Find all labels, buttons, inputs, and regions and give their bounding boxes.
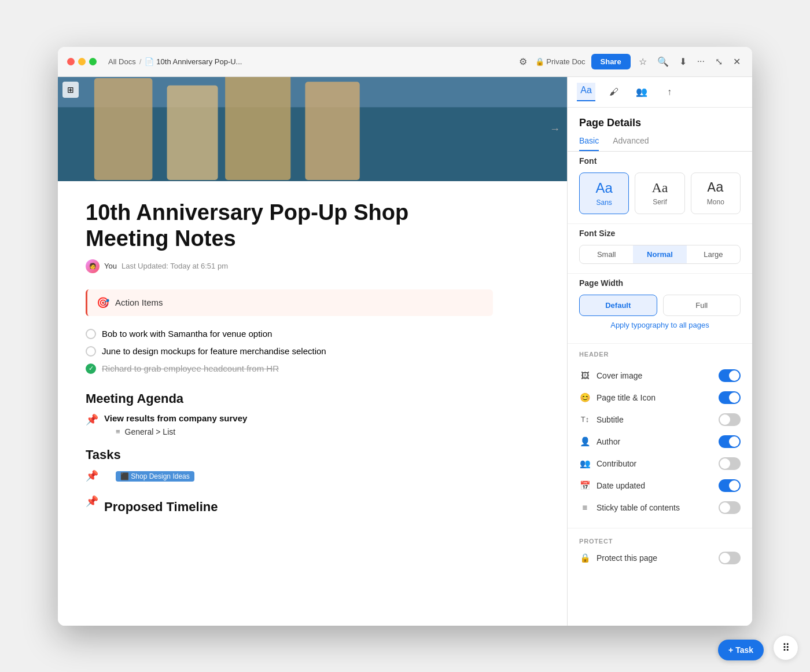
search-icon[interactable]: 🔍 <box>655 54 671 69</box>
agenda-icon-3: 📌 <box>86 495 98 508</box>
arrow-down-icon[interactable]: ⬇ <box>677 54 689 69</box>
minimize-button[interactable] <box>78 58 86 65</box>
cover-image-toggle[interactable] <box>719 369 741 382</box>
toggle-cover-image: 🖼 Cover image <box>579 365 741 387</box>
more-icon[interactable]: ··· <box>695 54 707 69</box>
font-option-sans[interactable]: Aa Sans <box>579 172 629 214</box>
cover-image-icon: 🖼 <box>579 370 591 380</box>
settings-icon[interactable]: ⚙ <box>517 54 529 69</box>
protect-page-toggle[interactable] <box>719 552 741 564</box>
doc-icon: 📄 <box>145 57 154 66</box>
star-icon[interactable]: ☆ <box>636 54 649 69</box>
width-options: Default Full <box>579 295 741 316</box>
apply-typography-link[interactable]: Apply typography to all pages <box>579 316 741 334</box>
task-list: Bob to work with Samantha for venue opti… <box>86 325 493 377</box>
date-updated-label: Date updated <box>597 481 645 490</box>
share-button[interactable]: Share <box>591 54 631 69</box>
toggle-sticky-toc: ≡ Sticky table of contents <box>579 497 741 519</box>
task-checkbox-2[interactable] <box>86 346 96 357</box>
agenda-icon-1: 📌 <box>86 413 98 426</box>
basic-advanced-tabs: Basic Advanced <box>568 134 752 152</box>
minimize-icon[interactable]: ⤡ <box>713 54 725 69</box>
avatar: 🧑 <box>86 259 100 273</box>
close-button[interactable] <box>67 58 75 65</box>
subtitle-toggle[interactable] <box>719 413 741 426</box>
width-option-default[interactable]: Default <box>579 295 657 316</box>
breadcrumb-all-docs[interactable]: All Docs <box>108 57 136 66</box>
cover-image: ⊞ → <box>58 77 567 181</box>
size-option-normal[interactable]: Normal <box>633 245 686 263</box>
db-tag: ⬛ Shop Design Ideas <box>116 471 194 482</box>
task-fab-button[interactable]: + Task <box>718 640 764 660</box>
breadcrumb: All Docs / 📄 10th Anniversary Pop-U... <box>108 57 242 66</box>
font-option-serif[interactable]: Aa Serif <box>635 172 684 214</box>
agenda-item-1: 📌 View results from company survey ≡ Gen… <box>86 413 493 438</box>
callout-text: Action Items <box>115 298 163 307</box>
author-toggle[interactable] <box>719 435 741 448</box>
contributor-toggle[interactable] <box>719 457 741 470</box>
size-options: Small Normal Large <box>579 245 741 264</box>
proposed-timeline-section: 📌 Proposed Timeline <box>86 495 493 522</box>
panel-icon-tabs: Aa 🖌 👥 ↑ <box>568 77 752 108</box>
cover-image-inner <box>58 77 567 181</box>
callout-block: 🎯 Action Items <box>86 289 493 316</box>
agenda-content-2: ⬛ Shop Design Ideas <box>104 469 194 483</box>
page-title-toggle[interactable] <box>719 391 741 404</box>
panel-tab-people-icon[interactable]: 👥 <box>632 83 651 101</box>
callout-icon: 🎯 <box>97 296 109 309</box>
sub-list-2: ⬛ Shop Design Ideas <box>104 469 194 483</box>
private-doc-status: 🔒 Private Doc <box>535 57 586 66</box>
task-checkbox-3[interactable]: ✓ <box>86 363 96 374</box>
agenda-content-1: View results from company survey ≡ Gener… <box>104 413 247 438</box>
apps-button[interactable]: ⠿ <box>773 635 798 660</box>
panel-tab-text-icon[interactable]: Aa <box>577 83 595 101</box>
contributor-icon: 👥 <box>579 458 591 469</box>
width-option-full[interactable]: Full <box>663 295 741 316</box>
meeting-agenda-heading: Meeting Agenda <box>86 391 493 406</box>
date-updated-toggle[interactable] <box>719 479 741 492</box>
title-bar: All Docs / 📄 10th Anniversary Pop-U... ⚙… <box>58 47 752 77</box>
protect-icon: 🔒 <box>579 553 591 563</box>
task-checkbox-1[interactable] <box>86 329 96 339</box>
sticky-toc-toggle[interactable] <box>719 501 741 514</box>
size-option-large[interactable]: Large <box>687 245 740 263</box>
sticky-toc-label: Sticky table of contents <box>597 503 680 512</box>
last-updated: Last Updated: Today at 6:51 pm <box>122 262 228 270</box>
sticky-toc-icon: ≡ <box>579 502 591 512</box>
breadcrumb-doc-name[interactable]: 📄 10th Anniversary Pop-U... <box>145 57 242 66</box>
font-aa-serif: Aa <box>640 180 679 196</box>
font-options: Aa Sans Aa Serif Aa Mono <box>579 172 741 214</box>
proposed-timeline-heading: Proposed Timeline <box>104 500 218 515</box>
doc-area: ⊞ → 10th Anniversary Pop-Up Shop Meeting… <box>58 77 567 626</box>
tab-basic[interactable]: Basic <box>579 136 599 151</box>
sidebar-toggle-button[interactable]: ⊞ <box>62 82 79 98</box>
doc-meta: 🧑 You Last Updated: Today at 6:51 pm <box>86 259 493 273</box>
author-label: Author <box>597 437 620 446</box>
task-text-2: June to design mockups for feature merch… <box>102 346 326 356</box>
sub-item-1: ≡ General > List <box>116 425 247 438</box>
traffic-lights <box>67 58 97 65</box>
tasks-heading: Tasks <box>86 447 493 462</box>
size-option-small[interactable]: Small <box>580 245 633 263</box>
main-content: ⊞ → 10th Anniversary Pop-Up Shop Meeting… <box>58 77 752 626</box>
font-label: Font <box>579 156 741 166</box>
app-window: All Docs / 📄 10th Anniversary Pop-U... ⚙… <box>58 47 752 626</box>
panel-tab-export-icon[interactable]: ↑ <box>660 83 679 101</box>
author-name: You <box>104 262 117 270</box>
close-icon[interactable]: ✕ <box>731 54 743 69</box>
toggle-subtitle: T↕ Subtitle <box>579 409 741 431</box>
agenda-item-3: 📌 Proposed Timeline <box>86 495 493 522</box>
font-size-label: Font Size <box>579 229 741 238</box>
maximize-button[interactable] <box>89 58 97 65</box>
tab-advanced[interactable]: Advanced <box>613 136 649 151</box>
sub-item-2: ⬛ Shop Design Ideas <box>116 469 194 483</box>
font-option-mono[interactable]: Aa Mono <box>691 172 741 214</box>
title-bar-actions: ⚙ 🔒 Private Doc Share ☆ 🔍 ⬇ ··· ⤡ ✕ <box>517 54 743 69</box>
panel-tab-brush-icon[interactable]: 🖌 <box>605 83 623 101</box>
font-size-section: Font Size Small Normal Large <box>568 224 752 274</box>
agenda-icon-2: 📌 <box>86 469 98 482</box>
contributor-label: Contributor <box>597 459 636 468</box>
protect-section: PROTECT 🔒 Protect this page <box>568 528 752 578</box>
doc-title: 10th Anniversary Pop-Up Shop Meeting Not… <box>86 200 493 252</box>
toggle-contributor: 👥 Contributor <box>579 453 741 475</box>
